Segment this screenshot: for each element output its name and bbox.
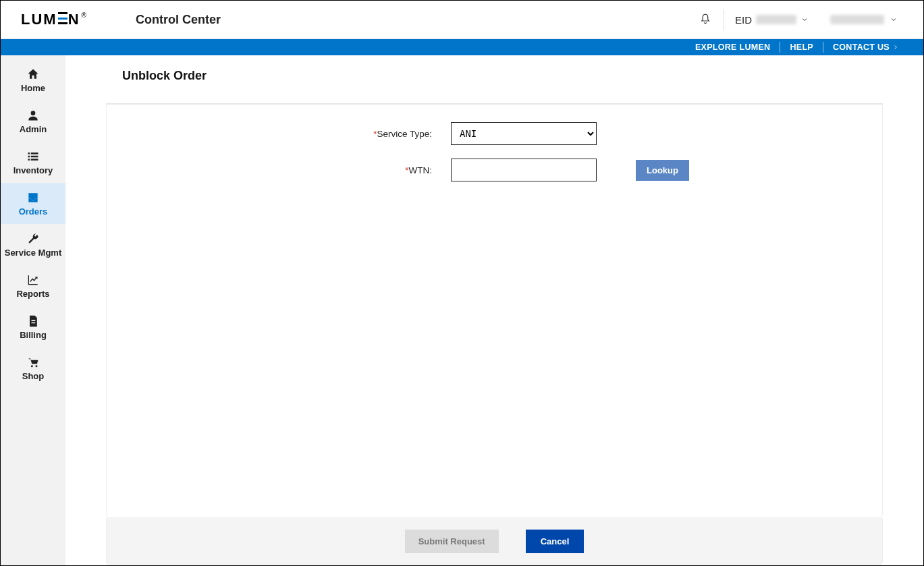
inbox-icon [26, 191, 40, 204]
sidebar-item-reports[interactable]: Reports [1, 265, 65, 306]
notifications-button[interactable] [687, 12, 724, 28]
svg-rect-6 [31, 159, 38, 161]
chevron-right-icon [892, 44, 899, 51]
chart-icon [26, 273, 40, 287]
lookup-button[interactable]: Lookup [636, 160, 689, 181]
wtn-label-text: WTN: [409, 165, 433, 175]
explore-lumen-link[interactable]: EXPLORE LUMEN [686, 43, 780, 52]
sidebar-label: Orders [19, 207, 48, 217]
sidebar-item-home[interactable]: Home [1, 59, 65, 101]
cancel-button[interactable]: Cancel [526, 530, 585, 553]
eid-dropdown[interactable]: EID [724, 14, 819, 26]
main-content: Unblock Order *Service Type: ANI *WTN: [65, 55, 923, 565]
logo-e-icon [58, 12, 67, 24]
svg-point-8 [36, 365, 38, 367]
sidebar-label: Shop [22, 372, 45, 382]
sidebar-item-orders[interactable]: Orders [1, 183, 65, 224]
chevron-down-icon [800, 16, 809, 24]
username-redacted [830, 15, 884, 24]
help-label: HELP [790, 43, 813, 52]
sidebar-item-admin[interactable]: Admin [1, 101, 65, 142]
service-type-row: *Service Type: ANI [134, 122, 855, 145]
svg-rect-3 [28, 156, 30, 158]
cart-icon [26, 356, 40, 369]
svg-point-7 [31, 365, 33, 367]
svg-rect-5 [28, 159, 30, 161]
contact-us-label: CONTACT US [833, 43, 890, 52]
service-type-label: *Service Type: [134, 129, 451, 139]
submit-request-button: Submit Request [405, 530, 499, 553]
form-panel-wrapper: *Service Type: ANI *WTN: Lookup Submit R… [106, 103, 883, 565]
user-icon [26, 109, 40, 122]
page-title: Unblock Order [65, 55, 923, 103]
sidebar: Home Admin Inventory Orders Service Mgmt… [1, 55, 65, 565]
registered-mark: ® [82, 11, 86, 19]
form-panel: *Service Type: ANI *WTN: Lookup [106, 105, 883, 518]
sidebar-label: Billing [20, 331, 47, 341]
topbar-right: EID [687, 9, 904, 30]
eid-label: EID [735, 14, 752, 26]
app-title: Control Center [136, 13, 221, 27]
bell-icon [699, 12, 711, 26]
wtn-row: *WTN: Lookup [134, 159, 855, 181]
sidebar-label: Admin [20, 125, 47, 135]
document-icon [26, 314, 40, 328]
sidebar-label: Reports [16, 289, 49, 300]
sidebar-item-billing[interactable]: Billing [1, 306, 65, 347]
wtn-label: *WTN: [134, 165, 451, 175]
help-link[interactable]: HELP [780, 43, 823, 52]
service-type-select[interactable]: ANI [451, 122, 597, 145]
wrench-icon [26, 232, 40, 246]
sidebar-label: Service Mgmt [5, 248, 62, 258]
logo-text-right: N [68, 11, 80, 28]
sidebar-item-shop[interactable]: Shop [1, 347, 65, 389]
chevron-down-icon [890, 16, 898, 24]
user-dropdown[interactable] [819, 15, 904, 24]
svg-rect-4 [31, 156, 38, 158]
top-bar: LUM N ® Control Center EID [1, 1, 923, 39]
svg-rect-1 [28, 152, 30, 154]
form-footer: Submit Request Cancel [106, 518, 883, 565]
eid-value-redacted [756, 15, 796, 24]
svg-point-0 [31, 111, 36, 115]
list-icon [26, 150, 40, 163]
body: Home Admin Inventory Orders Service Mgmt… [1, 55, 923, 565]
svg-rect-2 [31, 152, 38, 154]
contact-us-link[interactable]: CONTACT US [823, 43, 908, 52]
sidebar-item-service-mgmt[interactable]: Service Mgmt [1, 224, 65, 265]
explore-lumen-label: EXPLORE LUMEN [695, 43, 771, 52]
sidebar-item-inventory[interactable]: Inventory [1, 142, 65, 183]
sidebar-label: Home [21, 84, 45, 94]
logo-text-left: LUM [21, 11, 57, 28]
wtn-input[interactable] [451, 159, 597, 181]
home-icon [26, 67, 40, 81]
utility-nav: EXPLORE LUMEN HELP CONTACT US [1, 39, 923, 55]
service-type-label-text: Service Type: [377, 129, 432, 139]
sidebar-label: Inventory [13, 166, 53, 176]
lumen-logo: LUM N ® [21, 11, 85, 28]
